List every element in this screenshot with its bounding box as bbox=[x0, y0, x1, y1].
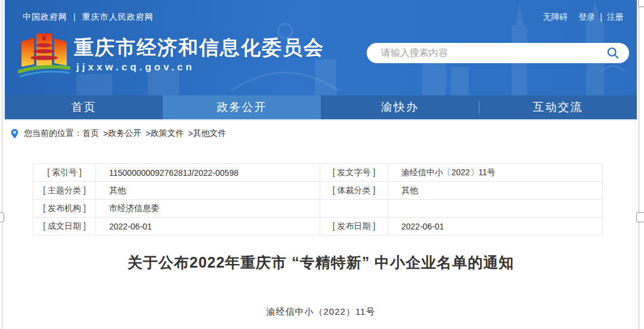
login-link[interactable]: 登录 bbox=[578, 12, 595, 21]
user-links: 无障碍登录|注册 bbox=[543, 12, 624, 23]
site-logo-icon[interactable] bbox=[18, 30, 70, 85]
register-link[interactable]: 注册 bbox=[607, 12, 624, 21]
left-edge-marker bbox=[0, 212, 4, 222]
breadcrumb: 您当前的位置： 首页 > 政务公开 > 政策文件 > 其他文件 bbox=[11, 127, 227, 140]
search-icon[interactable] bbox=[606, 46, 620, 60]
nav-tab-interaction[interactable]: 互动交流 bbox=[479, 95, 637, 119]
site-domain: jjxxw.cq.gov.cn bbox=[76, 61, 195, 73]
meta-label-issuing-agency: [ 发布机构 ] bbox=[33, 200, 96, 218]
table-row: [ 成文日期 ] 2022-06-01 [ 发布日期 ] 2022-06-01 bbox=[33, 218, 603, 235]
article-doc-number: 渝经信中小（2022）11号 bbox=[5, 306, 637, 318]
left-border-line bbox=[2, 0, 2, 329]
user-links-separator: | bbox=[600, 12, 602, 21]
nav-tab-gov-affairs[interactable]: 政务公开 bbox=[163, 95, 321, 119]
meta-value-index-number: 11500000009276281J/2022-00598 bbox=[96, 164, 320, 182]
breadcrumb-separator: > bbox=[188, 129, 193, 138]
right-border-line bbox=[639, 7, 639, 329]
table-row: [ 索引号 ] 11500000009276281J/2022-00598 [ … bbox=[33, 164, 603, 182]
table-row: [ 主题分类 ] 其他 [ 体裁分类 ] 其他 bbox=[33, 182, 603, 200]
gov-links-separator: | bbox=[73, 12, 76, 21]
meta-label-genre-category: [ 体裁分类 ] bbox=[320, 182, 388, 200]
meta-label-empty bbox=[320, 200, 388, 218]
main-nav: 首页 政务公开 渝快办 互动交流 bbox=[5, 95, 637, 119]
gov-links: 中国政府网|重庆市人民政府网 bbox=[23, 12, 154, 23]
breadcrumb-prefix: 您当前的位置： bbox=[24, 128, 82, 139]
meta-value-issuing-agency: 市经济信息委 bbox=[96, 200, 320, 218]
breadcrumb-item-home[interactable]: 首页 bbox=[82, 128, 99, 139]
page: 中国政府网|重庆市人民政府网 无障碍登录|注册 重庆市经济和信息化委 bbox=[0, 0, 644, 329]
meta-label-doc-symbol: [ 发文字号 ] bbox=[320, 164, 388, 182]
breadcrumb-item-gov-affairs[interactable]: 政务公开 bbox=[108, 128, 141, 139]
table-row: [ 发布机构 ] 市经济信息委 bbox=[33, 200, 603, 218]
article-title: 关于公布2022年重庆市 “专精特新” 中小企业名单的通知 bbox=[5, 253, 637, 272]
meta-value-doc-symbol: 渝经信中小〔2022〕11号 bbox=[388, 164, 603, 182]
meta-label-publish-date: [ 发布日期 ] bbox=[320, 218, 388, 235]
document-meta-table: [ 索引号 ] 11500000009276281J/2022-00598 [ … bbox=[33, 163, 603, 235]
meta-value-publish-date: 2022-06-01 bbox=[388, 218, 603, 235]
breadcrumb-item-policy-files[interactable]: 政策文件 bbox=[150, 128, 184, 139]
meta-value-empty bbox=[388, 200, 603, 218]
search-input[interactable] bbox=[367, 48, 606, 58]
meta-label-written-date: [ 成文日期 ] bbox=[33, 218, 96, 235]
meta-label-index-number: [ 索引号 ] bbox=[33, 164, 96, 182]
nav-tab-home[interactable]: 首页 bbox=[5, 95, 163, 119]
search-box bbox=[367, 43, 629, 63]
meta-value-subject-category: 其他 bbox=[96, 182, 320, 200]
scrollbar-thumb[interactable] bbox=[636, 212, 644, 222]
location-pin-icon bbox=[11, 129, 18, 139]
site-title[interactable]: 重庆市经济和信息化委员会 bbox=[74, 35, 324, 61]
link-cq-gov[interactable]: 重庆市人民政府网 bbox=[82, 12, 154, 21]
scrollbar-top-nub[interactable] bbox=[638, 0, 644, 7]
meta-value-written-date: 2022-06-01 bbox=[96, 218, 320, 235]
site-banner: 中国政府网|重庆市人民政府网 无障碍登录|注册 重庆市经济和信息化委 bbox=[5, 0, 637, 95]
breadcrumb-item-other-files[interactable]: 其他文件 bbox=[193, 128, 227, 139]
breadcrumb-separator: > bbox=[103, 129, 108, 138]
nav-tab-yukuaiban[interactable]: 渝快办 bbox=[321, 95, 479, 119]
meta-value-genre-category: 其他 bbox=[388, 182, 603, 200]
meta-label-subject-category: [ 主题分类 ] bbox=[33, 182, 96, 200]
accessibility-link[interactable]: 无障碍 bbox=[543, 12, 568, 21]
nav-underline bbox=[5, 119, 637, 120]
link-china-gov[interactable]: 中国政府网 bbox=[23, 12, 67, 21]
